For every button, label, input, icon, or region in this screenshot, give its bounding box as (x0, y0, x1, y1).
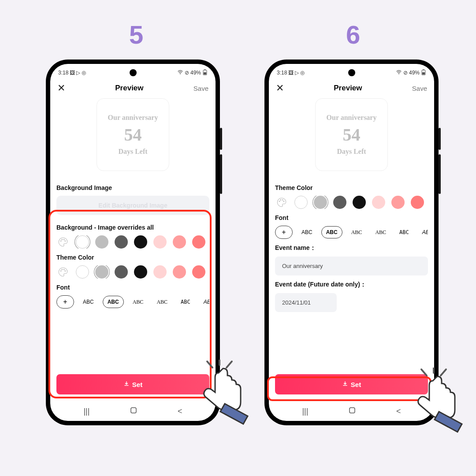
nav-back-icon[interactable]: < (396, 407, 401, 416)
theme-swatch-black[interactable] (353, 196, 366, 209)
palette-icon[interactable] (275, 196, 288, 209)
add-font-button[interactable]: + (275, 226, 293, 239)
no-sim-icon: ⊘ (403, 70, 408, 76)
font-option-selected[interactable]: ABC (321, 226, 342, 238)
font-row: + ABC ABC ABC ABC ABC ABC (275, 226, 428, 239)
svg-point-3 (60, 240, 62, 242)
edit-bg-image-button[interactable]: Edit Background Image (56, 196, 209, 215)
font-option[interactable]: ABC (128, 296, 148, 308)
theme-swatch-white[interactable] (294, 196, 308, 209)
theme-swatch-lightgrey[interactable] (95, 265, 108, 279)
battery-icon (421, 69, 426, 77)
font-option[interactable]: ABC (199, 296, 209, 308)
set-button[interactable]: Set (56, 374, 209, 394)
theme-swatch-pink2[interactable] (173, 265, 186, 279)
photo-icon: 🖼 (70, 70, 75, 76)
theme-swatch-coral[interactable] (192, 265, 205, 279)
palette-icon[interactable] (56, 235, 70, 249)
theme-swatch-darkgrey[interactable] (115, 265, 128, 279)
front-camera (130, 69, 137, 76)
preview-count: 54 (343, 124, 361, 145)
side-button (220, 154, 222, 194)
nav-home-icon[interactable] (130, 406, 138, 416)
svg-rect-19 (350, 408, 355, 413)
battery-icon (202, 69, 208, 77)
svg-point-6 (64, 240, 66, 242)
nav-recent-icon[interactable]: ||| (302, 407, 308, 416)
event-date-input[interactable]: 2024/11/01 (275, 293, 337, 312)
theme-swatch-black[interactable] (134, 265, 147, 279)
bg-swatch-black[interactable] (134, 235, 147, 249)
wifi-icon (177, 70, 183, 76)
bg-swatch-pink1[interactable] (153, 235, 167, 249)
save-button[interactable]: Save (412, 85, 427, 92)
nav-recent-icon[interactable]: ||| (83, 407, 89, 416)
font-row: + ABC ABC ABC ABC ABC ABC (56, 295, 209, 309)
theme-swatch-pink1[interactable] (372, 196, 385, 209)
theme-color-row (56, 265, 209, 279)
play-icon: ▷ (76, 70, 80, 76)
font-option[interactable]: ABC (371, 227, 390, 238)
set-button[interactable]: Set (275, 374, 428, 394)
theme-swatch-darkgrey[interactable] (333, 196, 346, 209)
target-icon: ◎ (300, 70, 305, 76)
save-button[interactable]: Save (193, 85, 208, 92)
target-icon: ◎ (82, 70, 86, 76)
svg-point-5 (63, 239, 65, 240)
step-number-6: 6 (346, 20, 360, 49)
event-name-input[interactable]: Our anniversary (275, 257, 428, 275)
preview-count: 54 (124, 124, 142, 145)
font-option[interactable]: ABC (297, 227, 317, 238)
close-icon[interactable]: ✕ (276, 82, 284, 94)
android-nav-bar: ||| < (50, 402, 216, 421)
font-option[interactable]: ABC (418, 227, 428, 238)
phone-6: 3:18 🖼 ▷ ◎ ⊘ 49% ✕ Preview Save Our (264, 60, 439, 425)
theme-swatch-white[interactable] (76, 265, 89, 279)
font-option[interactable]: ABC (176, 296, 195, 308)
font-label: Font (56, 284, 209, 291)
add-font-button[interactable]: + (56, 295, 74, 309)
step-number-5: 5 (129, 20, 143, 49)
bg-image-label: Background Image (56, 184, 209, 191)
svg-line-22 (227, 361, 232, 368)
theme-swatch-lightgrey[interactable] (314, 196, 327, 209)
font-label: Font (275, 214, 428, 221)
theme-swatch-pink2[interactable] (391, 196, 405, 209)
nav-home-icon[interactable] (348, 406, 356, 416)
bg-swatch-lightgrey[interactable] (95, 235, 108, 249)
no-sim-icon: ⊘ (185, 70, 189, 76)
battery-text: 49% (409, 70, 420, 76)
font-option[interactable]: ABC (395, 227, 413, 238)
phone-5: 3:18 🖼 ▷ ◎ ⊘ 49% ✕ Preview Save Our (46, 60, 220, 425)
preview-unit: Days Left (118, 148, 147, 156)
bg-swatch-pink2[interactable] (173, 235, 186, 249)
svg-rect-14 (422, 72, 425, 74)
page-title: Preview (334, 84, 362, 93)
countdown-preview: Our anniversary 54 Days Left (97, 98, 169, 171)
page-title: Preview (115, 84, 143, 93)
wifi-icon (396, 70, 402, 76)
svg-point-4 (61, 239, 63, 240)
bg-swatch-darkgrey[interactable] (115, 235, 128, 249)
nav-back-icon[interactable]: < (178, 407, 182, 416)
android-nav-bar: ||| < (269, 402, 434, 421)
close-icon[interactable]: ✕ (57, 82, 65, 94)
svg-rect-11 (131, 408, 136, 413)
font-option-selected[interactable]: ABC (103, 296, 124, 308)
font-option[interactable]: ABC (347, 227, 367, 238)
palette-icon[interactable] (56, 265, 70, 279)
play-icon: ▷ (295, 70, 299, 76)
bg-swatch-white[interactable] (76, 235, 89, 249)
download-icon (342, 381, 348, 388)
theme-swatch-pink1[interactable] (153, 265, 167, 279)
svg-point-9 (63, 269, 65, 270)
battery-text: 49% (190, 70, 201, 76)
svg-rect-13 (423, 69, 424, 70)
bg-swatch-coral[interactable] (192, 235, 205, 249)
set-button-label: Set (132, 381, 142, 388)
side-button (439, 128, 441, 150)
font-option[interactable]: ABC (152, 296, 172, 308)
set-button-label: Set (351, 381, 361, 388)
font-option[interactable]: ABC (78, 296, 98, 308)
theme-swatch-coral[interactable] (411, 196, 424, 209)
